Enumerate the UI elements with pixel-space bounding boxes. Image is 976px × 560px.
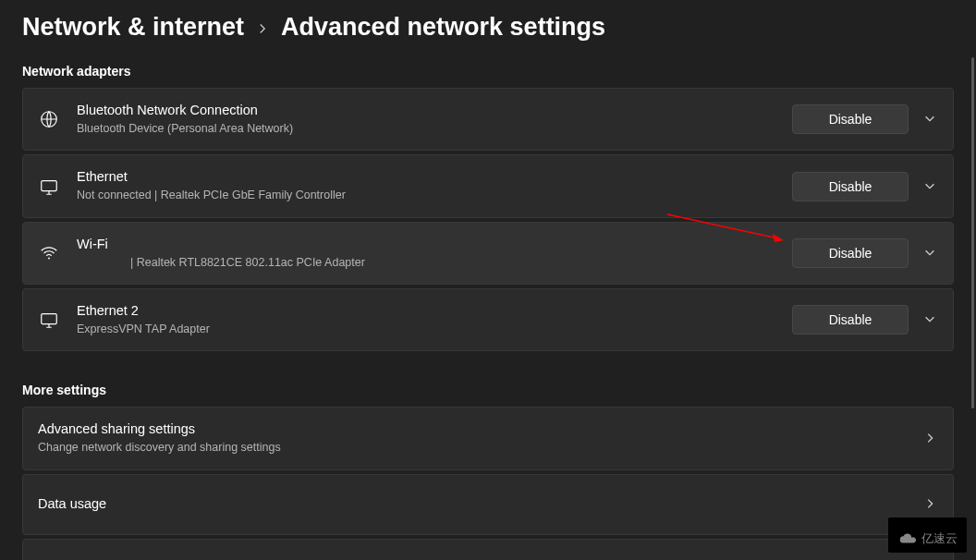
- watermark: 亿速云: [888, 517, 967, 553]
- adapter-text: Ethernet Not connected | Realtek PCIe Gb…: [77, 168, 792, 203]
- adapter-row-wifi[interactable]: Wi-Fi | Realtek RTL8821CE 802.11ac PCIe …: [22, 222, 954, 285]
- adapter-subtitle: | Realtek RTL8821CE 802.11ac PCIe Adapte…: [77, 255, 792, 272]
- disable-button[interactable]: Disable: [792, 104, 909, 134]
- adapter-row-ethernet2[interactable]: Ethernet 2 ExpressVPN TAP Adapter Disabl…: [22, 288, 954, 351]
- monitor-icon: [38, 309, 60, 331]
- section-title-more: More settings: [22, 383, 954, 397]
- adapter-row-bluetooth[interactable]: Bluetooth Network Connection Bluetooth D…: [22, 88, 954, 151]
- chevron-right-icon[interactable]: [923, 497, 938, 512]
- adapter-subtitle: Bluetooth Device (Personal Area Network): [77, 121, 792, 138]
- adapter-text: Ethernet 2 ExpressVPN TAP Adapter: [77, 302, 792, 337]
- watermark-text: 亿速云: [921, 530, 958, 547]
- adapter-text: Wi-Fi | Realtek RTL8821CE 802.11ac PCIe …: [77, 236, 792, 271]
- disable-button[interactable]: Disable: [792, 238, 909, 268]
- svg-rect-3: [42, 314, 57, 324]
- settings-text: Advanced sharing settings Change network…: [38, 420, 923, 456]
- breadcrumb: Network & internet Advanced network sett…: [22, 13, 954, 42]
- adapter-title: Ethernet: [77, 168, 792, 186]
- section-title-adapters: Network adapters: [22, 64, 954, 79]
- chevron-down-icon[interactable]: [923, 179, 938, 194]
- svg-point-2: [48, 257, 50, 259]
- wifi-icon: [38, 242, 60, 264]
- page-title: Advanced network settings: [281, 13, 605, 42]
- adapter-subtitle: ExpressVPN TAP Adapter: [77, 322, 792, 338]
- settings-row-sharing[interactable]: Advanced sharing settings Change network…: [22, 407, 954, 469]
- adapter-title: Bluetooth Network Connection: [77, 102, 792, 119]
- monitor-icon: [38, 176, 60, 198]
- cloud-icon: [897, 531, 918, 546]
- svg-rect-1: [42, 180, 57, 190]
- scrollbar[interactable]: [971, 57, 974, 408]
- disable-button[interactable]: Disable: [792, 305, 909, 335]
- settings-row-partial[interactable]: [22, 539, 954, 560]
- disable-button[interactable]: Disable: [792, 172, 909, 201]
- chevron-right-icon: [257, 20, 268, 39]
- settings-title: Data usage: [38, 495, 923, 513]
- settings-text: Data usage: [38, 495, 923, 513]
- settings-row-data-usage[interactable]: Data usage: [22, 474, 954, 535]
- adapter-title: Wi-Fi: [77, 236, 792, 253]
- adapter-text: Bluetooth Network Connection Bluetooth D…: [77, 102, 792, 137]
- settings-subtitle: Change network discovery and sharing set…: [38, 440, 923, 457]
- chevron-down-icon[interactable]: [923, 246, 938, 261]
- chevron-right-icon[interactable]: [923, 432, 938, 446]
- chevron-down-icon[interactable]: [923, 312, 938, 327]
- settings-title: Advanced sharing settings: [38, 420, 923, 438]
- adapter-subtitle: Not connected | Realtek PCIe GbE Family …: [77, 188, 792, 204]
- chevron-down-icon[interactable]: [923, 112, 938, 127]
- adapter-title: Ethernet 2: [77, 302, 792, 320]
- adapter-row-ethernet[interactable]: Ethernet Not connected | Realtek PCIe Gb…: [22, 154, 954, 217]
- globe-icon: [38, 108, 60, 130]
- breadcrumb-parent[interactable]: Network & internet: [22, 13, 244, 42]
